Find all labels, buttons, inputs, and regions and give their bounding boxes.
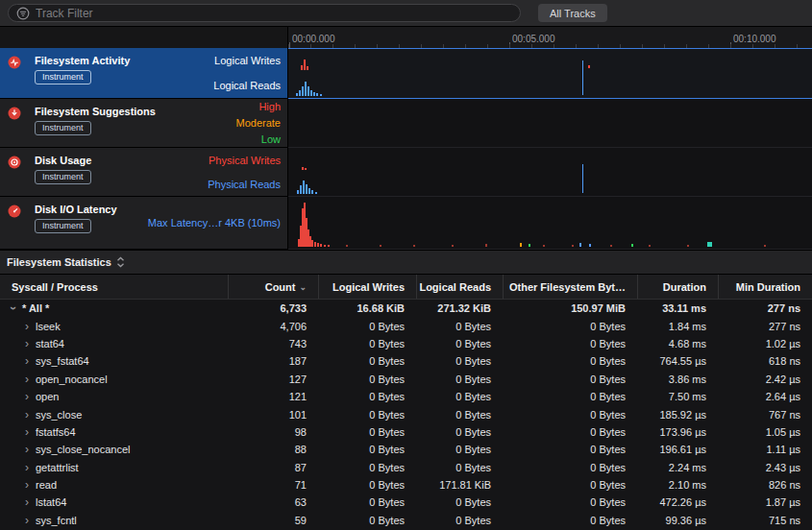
table-row[interactable]: ›lstat64630 Bytes0 Bytes0 Bytes472.26 µs… bbox=[0, 494, 812, 511]
statistics-selector-label: Filesystem Statistics bbox=[7, 256, 111, 268]
column-header-other-filesystem-byt[interactable]: Other Filesystem Byt… bbox=[503, 275, 637, 299]
chart-spike bbox=[579, 243, 581, 247]
track-filter-field[interactable] bbox=[8, 4, 521, 22]
chart-spike bbox=[572, 245, 574, 247]
table-row[interactable]: ›sys_fstat641870 Bytes0 Bytes0 Bytes764.… bbox=[0, 352, 812, 370]
table-row[interactable]: ›sys_close_nocancel880 Bytes0 Bytes0 Byt… bbox=[0, 441, 812, 458]
track-row-filesystem-activity[interactable]: Filesystem ActivityInstrumentLogical Wri… bbox=[0, 48, 287, 99]
all-tracks-button[interactable]: All Tracks bbox=[538, 4, 607, 22]
cell-duration: 2.24 ms bbox=[637, 462, 718, 473]
cell-logical-reads: 0 Bytes bbox=[416, 355, 503, 367]
statistics-selector[interactable]: Filesystem Statistics bbox=[7, 256, 125, 268]
disclosure-triangle[interactable]: › bbox=[21, 515, 33, 526]
cell-logical-writes: 0 Bytes bbox=[318, 479, 416, 491]
chart-spike bbox=[413, 245, 415, 247]
table-row[interactable]: ›sys_fcntl590 Bytes0 Bytes0 Bytes99.36 µ… bbox=[0, 512, 812, 529]
cell-min-duration: 1.02 µs bbox=[718, 338, 812, 349]
column-header-logical-writes[interactable]: Logical Writes bbox=[318, 275, 416, 299]
cell-logical-reads: 0 Bytes bbox=[416, 426, 503, 438]
chart-spike bbox=[589, 244, 591, 247]
disclosure-triangle[interactable]: › bbox=[8, 302, 19, 314]
table-row[interactable]: ›lseek4,7060 Bytes0 Bytes0 Bytes1.84 ms2… bbox=[0, 317, 812, 334]
table-row[interactable]: ›* All *6,73316.68 KiB271.32 KiB150.97 M… bbox=[0, 300, 812, 317]
cell-logical-reads: 0 Bytes bbox=[416, 391, 503, 402]
cell-logical-writes: 0 Bytes bbox=[318, 426, 416, 438]
chart-spike bbox=[687, 245, 689, 247]
chart-spike bbox=[299, 90, 301, 96]
syscall-name: getattrlist bbox=[36, 462, 79, 473]
track-row-filesystem-suggestions[interactable]: Filesystem SuggestionsInstrumentHighMode… bbox=[0, 99, 287, 148]
column-header-label: Logical Writes bbox=[332, 281, 405, 293]
chart-spike bbox=[631, 244, 633, 247]
disclosure-triangle[interactable]: › bbox=[21, 373, 33, 385]
timeline-tracks[interactable] bbox=[287, 48, 812, 250]
disclosure-triangle[interactable]: › bbox=[21, 391, 33, 402]
column-header-label: Count bbox=[265, 281, 296, 293]
cell-logical-reads: 0 Bytes bbox=[416, 338, 503, 349]
chart-spike bbox=[543, 245, 545, 247]
disclosure-triangle[interactable]: › bbox=[21, 426, 33, 438]
timeline-track-filesystem-suggestions[interactable] bbox=[288, 99, 812, 148]
timeline-track-disk-usage[interactable] bbox=[288, 148, 812, 197]
cell-min-duration: 1.11 µs bbox=[718, 444, 812, 455]
chart-spike bbox=[328, 245, 330, 247]
track-list: Filesystem ActivityInstrumentLogical Wri… bbox=[0, 48, 287, 250]
column-header-count[interactable]: Count⌄ bbox=[228, 275, 318, 299]
track-filter-input[interactable] bbox=[36, 7, 512, 20]
column-header-syscall-process[interactable]: Syscall / Process bbox=[0, 275, 228, 299]
cell-duration: 196.61 µs bbox=[637, 444, 718, 455]
table-row[interactable]: ›read710 Bytes171.81 KiB0 Bytes2.10 ms82… bbox=[0, 476, 812, 494]
disclosure-triangle[interactable]: › bbox=[21, 479, 33, 491]
time-ruler[interactable]: 00:00.00000:05.00000:10.000 bbox=[287, 27, 812, 48]
table-row[interactable]: ›getattrlist870 Bytes0 Bytes0 Bytes2.24 … bbox=[0, 459, 812, 476]
instrument-badge: Instrument bbox=[35, 121, 91, 135]
column-header-min-duration[interactable]: Min Duration bbox=[718, 275, 812, 299]
track-row-disk-i-o-latency[interactable]: Disk I/O LatencyInstrumentMax Latency…r … bbox=[0, 197, 287, 250]
syscall-cell: ›lstat64 bbox=[0, 496, 228, 508]
timeline-track-disk-i-o-latency[interactable] bbox=[288, 197, 812, 250]
table-row[interactable]: ›stat647430 Bytes0 Bytes0 Bytes4.68 ms1.… bbox=[0, 335, 812, 352]
syscall-name: lstat64 bbox=[36, 496, 66, 508]
disclosure-triangle[interactable]: › bbox=[21, 321, 33, 332]
disclosure-triangle[interactable]: › bbox=[21, 462, 33, 473]
table-row[interactable]: ›sys_close1010 Bytes0 Bytes0 Bytes185.92… bbox=[0, 405, 812, 422]
disclosure-triangle[interactable]: › bbox=[21, 355, 33, 367]
tick-label: 00:00.000 bbox=[292, 34, 335, 44]
cell-logical-writes: 0 Bytes bbox=[318, 391, 416, 402]
lane-label: Logical Reads bbox=[213, 80, 281, 91]
lane-labels: Max Latency…r 4KB (10ms) bbox=[148, 197, 281, 249]
column-header-duration[interactable]: Duration bbox=[637, 275, 718, 299]
instrument-badge: Instrument bbox=[35, 219, 91, 233]
cell-other-filesystem-byt: 150.97 MiB bbox=[503, 302, 637, 314]
disclosure-triangle[interactable]: › bbox=[21, 409, 33, 421]
syscall-name: fstatfs64 bbox=[36, 426, 76, 438]
disclosure-triangle[interactable]: › bbox=[21, 496, 33, 508]
cell-min-duration: 2.42 µs bbox=[718, 373, 812, 385]
chart-spike bbox=[324, 245, 326, 247]
cell-logical-reads: 0 Bytes bbox=[416, 515, 503, 526]
disclosure-triangle[interactable]: › bbox=[21, 444, 33, 455]
cell-logical-reads: 0 Bytes bbox=[416, 321, 503, 332]
cell-count: 4,706 bbox=[228, 321, 318, 332]
syscall-cell: ›fstatfs64 bbox=[0, 426, 228, 438]
chart-spike bbox=[764, 245, 766, 247]
cell-logical-reads: 0 Bytes bbox=[416, 496, 503, 508]
track-title: Disk I/O Latency bbox=[35, 204, 117, 215]
table-row[interactable]: ›open_nocancel1270 Bytes0 Bytes0 Bytes3.… bbox=[0, 371, 812, 388]
disclosure-triangle[interactable]: › bbox=[21, 338, 33, 349]
cell-count: 98 bbox=[228, 426, 318, 438]
chart-spike bbox=[380, 245, 381, 247]
cell-duration: 3.86 ms bbox=[637, 373, 718, 385]
cell-count: 187 bbox=[228, 355, 318, 367]
cell-min-duration: 715 ns bbox=[718, 515, 812, 526]
timeline-track-filesystem-activity[interactable] bbox=[288, 48, 812, 99]
table-row[interactable]: ›fstatfs64980 Bytes0 Bytes0 Bytes173.96 … bbox=[0, 423, 812, 441]
lane-labels: HighModerateLow bbox=[236, 99, 281, 147]
cell-other-filesystem-byt: 0 Bytes bbox=[503, 515, 637, 526]
cell-min-duration: 1.87 µs bbox=[718, 496, 812, 508]
track-row-disk-usage[interactable]: Disk UsageInstrumentPhysical WritesPhysi… bbox=[0, 148, 287, 197]
cell-duration: 99.36 µs bbox=[637, 515, 718, 526]
table-row[interactable]: ›open1210 Bytes0 Bytes0 Bytes7.50 ms2.64… bbox=[0, 388, 812, 405]
chart-spike bbox=[306, 184, 308, 194]
column-header-logical-reads[interactable]: Logical Reads bbox=[416, 275, 503, 299]
